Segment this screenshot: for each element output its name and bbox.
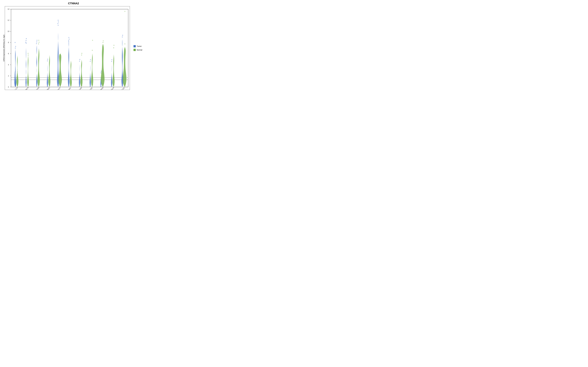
svg-point-26 (26, 42, 26, 42)
svg-text:14: 14 (8, 8, 9, 10)
svg-point-33 (37, 40, 37, 41)
svg-point-64 (92, 40, 93, 41)
svg-point-62 (90, 59, 91, 60)
svg-point-41 (47, 59, 48, 59)
svg-point-70 (103, 41, 104, 41)
legend-tumor-label: Tumor (137, 45, 142, 47)
svg-point-55 (79, 61, 80, 62)
violin-lusc-normal (91, 53, 93, 87)
svg-point-74 (112, 59, 112, 60)
svg-point-28 (28, 55, 28, 55)
plot-svg: 0 2 4 6 8 10 12 14 (5, 6, 130, 90)
legend-normal-label: Normal (137, 49, 142, 51)
violin-thca-normal (112, 54, 114, 87)
svg-point-86 (15, 82, 16, 83)
legend: Tumor Normal (130, 6, 145, 90)
svg-point-20 (15, 46, 16, 47)
svg-point-25 (26, 38, 26, 39)
svg-point-58 (81, 53, 82, 54)
chart-body: mRNA Expression (RNASeq V2, log2) 0 2 4 … (2, 6, 145, 90)
violin-blca-normal (16, 55, 18, 87)
svg-point-34 (36, 43, 37, 44)
svg-point-61 (90, 61, 91, 62)
violin-kirc-tumor (68, 40, 69, 87)
svg-point-63 (92, 50, 93, 51)
svg-rect-16 (11, 9, 128, 87)
violin-luad-tumor (79, 63, 80, 87)
svg-point-89 (15, 77, 16, 78)
violin-hnsc-normal (48, 55, 50, 87)
svg-text:6: 6 (8, 52, 9, 55)
svg-point-81 (125, 11, 125, 12)
violin-brca-tumor (26, 47, 26, 87)
svg-point-19 (15, 48, 16, 49)
svg-text:KICH: KICH (57, 87, 61, 90)
svg-point-46 (58, 23, 58, 24)
svg-point-94 (17, 74, 17, 75)
svg-point-47 (58, 25, 58, 26)
svg-point-90 (17, 83, 17, 84)
violin-coad-normal (37, 48, 40, 87)
legend-item-tumor: Tumor (134, 45, 143, 47)
violin-kich-normal (59, 53, 62, 87)
violin-thca-tumor (111, 64, 112, 87)
svg-point-93 (17, 77, 17, 77)
svg-point-37 (38, 43, 39, 44)
svg-point-69 (103, 42, 103, 43)
plot-area-wrapper: 0 2 4 6 8 10 12 14 (5, 6, 130, 90)
violin-luad-normal (80, 59, 82, 87)
legend-item-normal: Normal (134, 49, 143, 51)
svg-point-36 (39, 42, 39, 42)
violin-brca-normal (27, 55, 29, 87)
svg-point-91 (17, 81, 17, 82)
svg-point-45 (58, 22, 59, 22)
violin-coad-tumor (36, 45, 37, 87)
svg-point-88 (15, 79, 16, 79)
svg-point-76 (113, 45, 114, 46)
legend-tumor-box (134, 45, 136, 47)
svg-point-32 (36, 42, 37, 42)
svg-point-96 (17, 69, 17, 70)
svg-text:12: 12 (8, 19, 9, 21)
svg-point-79 (122, 37, 123, 37)
svg-text:0: 0 (8, 86, 9, 88)
y-axis-label: mRNA Expression (RNASeq V2, log2) (2, 6, 5, 90)
plot-area: 0 2 4 6 8 10 12 14 (5, 6, 130, 90)
svg-point-85 (15, 84, 16, 84)
svg-point-87 (15, 81, 16, 81)
violin-hnsc-tumor (47, 63, 48, 87)
svg-point-35 (38, 40, 39, 41)
svg-point-40 (47, 60, 48, 61)
svg-point-92 (17, 79, 18, 80)
svg-text:KIRC: KIRC (67, 87, 71, 90)
svg-point-27 (26, 43, 26, 43)
svg-point-67 (101, 72, 101, 73)
violin-lusc-tumor (90, 64, 91, 87)
svg-point-29 (28, 53, 28, 54)
svg-point-44 (58, 20, 58, 21)
violin-ucec-normal (123, 47, 126, 87)
violin-blca-tumor (15, 52, 16, 87)
chart-container: CTNNA2 mRNA Expression (RNASeq V2, log2)… (2, 2, 145, 90)
svg-point-82 (125, 43, 125, 44)
violin-prad-normal (101, 44, 104, 87)
svg-point-75 (113, 48, 114, 48)
svg-text:2: 2 (8, 75, 9, 77)
svg-point-56 (79, 59, 80, 60)
svg-point-68 (101, 71, 101, 72)
svg-point-80 (122, 35, 123, 36)
svg-point-50 (69, 37, 69, 38)
svg-point-51 (69, 39, 69, 40)
chart-title: CTNNA2 (68, 2, 79, 5)
svg-text:8: 8 (8, 42, 9, 43)
svg-text:10: 10 (8, 30, 9, 33)
svg-point-24 (26, 40, 26, 41)
svg-point-57 (81, 55, 82, 55)
svg-point-21 (15, 42, 16, 43)
violin-kirc-normal (70, 60, 72, 87)
svg-text:4: 4 (8, 64, 9, 66)
svg-point-95 (17, 72, 18, 72)
legend-normal-box (134, 49, 136, 51)
svg-point-73 (111, 61, 112, 62)
